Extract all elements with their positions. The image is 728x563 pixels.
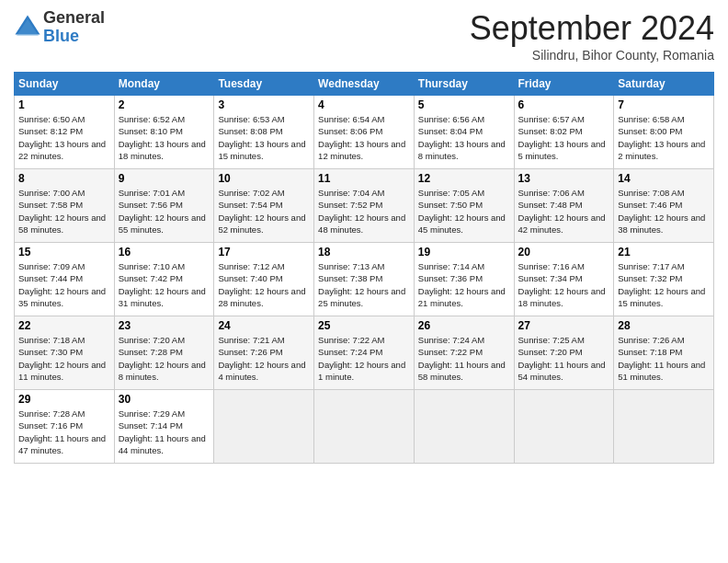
- logo-text: General Blue: [43, 9, 105, 46]
- header-thursday: Thursday: [414, 73, 514, 96]
- day-number: 14: [618, 172, 710, 185]
- day-number: 21: [618, 246, 710, 259]
- calendar-row: 1Sunrise: 6:50 AMSunset: 8:12 PMDaylight…: [15, 96, 714, 169]
- day-number: 16: [119, 246, 210, 259]
- table-row: 8Sunrise: 7:00 AMSunset: 7:58 PMDaylight…: [15, 169, 115, 243]
- day-info: Sunrise: 7:14 AMSunset: 7:36 PMDaylight:…: [418, 260, 510, 309]
- day-number: 12: [418, 172, 510, 185]
- title-block: September 2024 Silindru, Bihor County, R…: [470, 9, 714, 63]
- day-info: Sunrise: 7:00 AMSunset: 7:58 PMDaylight:…: [18, 187, 110, 236]
- day-info: Sunrise: 6:56 AMSunset: 8:04 PMDaylight:…: [418, 113, 510, 162]
- day-info: Sunrise: 7:06 AMSunset: 7:48 PMDaylight:…: [518, 187, 610, 236]
- day-number: 9: [119, 172, 210, 185]
- table-row: 16Sunrise: 7:10 AMSunset: 7:42 PMDayligh…: [114, 243, 214, 316]
- table-row: 19Sunrise: 7:14 AMSunset: 7:36 PMDayligh…: [414, 243, 514, 316]
- day-info: Sunrise: 7:16 AMSunset: 7:34 PMDaylight:…: [518, 260, 610, 309]
- calendar-row: 22Sunrise: 7:18 AMSunset: 7:30 PMDayligh…: [15, 316, 714, 390]
- day-info: Sunrise: 7:10 AMSunset: 7:42 PMDaylight:…: [119, 260, 210, 309]
- table-row: 1Sunrise: 6:50 AMSunset: 8:12 PMDaylight…: [15, 96, 115, 169]
- table-row: 9Sunrise: 7:01 AMSunset: 7:56 PMDaylight…: [114, 169, 214, 243]
- day-info: Sunrise: 7:25 AMSunset: 7:20 PMDaylight:…: [518, 334, 610, 383]
- day-number: 19: [418, 246, 510, 259]
- header-friday: Friday: [514, 73, 614, 96]
- table-row: 28Sunrise: 7:26 AMSunset: 7:18 PMDayligh…: [614, 316, 714, 390]
- table-row: 25Sunrise: 7:22 AMSunset: 7:24 PMDayligh…: [314, 316, 415, 390]
- day-number: 11: [318, 172, 410, 185]
- day-info: Sunrise: 7:08 AMSunset: 7:46 PMDaylight:…: [618, 187, 710, 236]
- table-row: 7Sunrise: 6:58 AMSunset: 8:00 PMDaylight…: [614, 96, 714, 169]
- header-wednesday: Wednesday: [314, 73, 415, 96]
- table-row: 11Sunrise: 7:04 AMSunset: 7:52 PMDayligh…: [314, 169, 415, 243]
- calendar-row: 8Sunrise: 7:00 AMSunset: 7:58 PMDaylight…: [15, 169, 714, 243]
- table-row: 2Sunrise: 6:52 AMSunset: 8:10 PMDaylight…: [114, 96, 214, 169]
- day-number: 17: [218, 246, 310, 259]
- day-info: Sunrise: 6:53 AMSunset: 8:08 PMDaylight:…: [218, 113, 310, 162]
- day-number: 10: [218, 172, 310, 185]
- day-info: Sunrise: 7:20 AMSunset: 7:28 PMDaylight:…: [119, 334, 210, 383]
- table-row: 3Sunrise: 6:53 AMSunset: 8:08 PMDaylight…: [214, 96, 314, 169]
- days-header-row: Sunday Monday Tuesday Wednesday Thursday…: [15, 73, 714, 96]
- day-info: Sunrise: 7:26 AMSunset: 7:18 PMDaylight:…: [618, 334, 710, 383]
- day-number: 2: [119, 98, 210, 111]
- page-container: General Blue September 2024 Silindru, Bi…: [0, 0, 728, 473]
- table-row: [314, 390, 415, 464]
- day-info: Sunrise: 7:04 AMSunset: 7:52 PMDaylight:…: [318, 187, 410, 236]
- day-number: 7: [618, 98, 710, 111]
- day-info: Sunrise: 7:28 AMSunset: 7:16 PMDaylight:…: [18, 408, 110, 456]
- location-subtitle: Silindru, Bihor County, Romania: [470, 48, 714, 63]
- day-number: 4: [318, 98, 410, 111]
- day-number: 1: [18, 98, 110, 111]
- day-number: 8: [18, 172, 110, 185]
- table-row: 13Sunrise: 7:06 AMSunset: 7:48 PMDayligh…: [514, 169, 614, 243]
- day-number: 29: [18, 393, 110, 406]
- day-info: Sunrise: 6:50 AMSunset: 8:12 PMDaylight:…: [18, 113, 110, 162]
- day-number: 3: [218, 98, 310, 111]
- day-info: Sunrise: 6:57 AMSunset: 8:02 PMDaylight:…: [518, 113, 610, 162]
- table-row: [514, 390, 614, 464]
- day-number: 15: [18, 246, 110, 259]
- calendar-row: 29Sunrise: 7:28 AMSunset: 7:16 PMDayligh…: [15, 390, 714, 464]
- table-row: 18Sunrise: 7:13 AMSunset: 7:38 PMDayligh…: [314, 243, 415, 316]
- day-number: 6: [518, 98, 610, 111]
- day-number: 20: [518, 246, 610, 259]
- day-number: 27: [518, 319, 610, 332]
- header-monday: Monday: [114, 73, 214, 96]
- logo-icon: [14, 14, 41, 41]
- day-info: Sunrise: 7:21 AMSunset: 7:26 PMDaylight:…: [218, 334, 310, 383]
- logo: General Blue: [14, 9, 105, 46]
- day-number: 13: [518, 172, 610, 185]
- table-row: 26Sunrise: 7:24 AMSunset: 7:22 PMDayligh…: [414, 316, 514, 390]
- day-info: Sunrise: 7:09 AMSunset: 7:44 PMDaylight:…: [18, 260, 110, 309]
- table-row: 30Sunrise: 7:29 AMSunset: 7:14 PMDayligh…: [114, 390, 214, 464]
- table-row: 27Sunrise: 7:25 AMSunset: 7:20 PMDayligh…: [514, 316, 614, 390]
- day-info: Sunrise: 7:24 AMSunset: 7:22 PMDaylight:…: [418, 334, 510, 383]
- table-row: 12Sunrise: 7:05 AMSunset: 7:50 PMDayligh…: [414, 169, 514, 243]
- calendar-row: 15Sunrise: 7:09 AMSunset: 7:44 PMDayligh…: [15, 243, 714, 316]
- table-row: 29Sunrise: 7:28 AMSunset: 7:16 PMDayligh…: [15, 390, 115, 464]
- day-number: 18: [318, 246, 410, 259]
- day-info: Sunrise: 6:58 AMSunset: 8:00 PMDaylight:…: [618, 113, 710, 162]
- table-row: 10Sunrise: 7:02 AMSunset: 7:54 PMDayligh…: [214, 169, 314, 243]
- day-info: Sunrise: 7:18 AMSunset: 7:30 PMDaylight:…: [18, 334, 110, 383]
- day-info: Sunrise: 7:29 AMSunset: 7:14 PMDaylight:…: [119, 408, 210, 456]
- day-info: Sunrise: 6:52 AMSunset: 8:10 PMDaylight:…: [119, 113, 210, 162]
- header-sunday: Sunday: [15, 73, 115, 96]
- day-info: Sunrise: 7:12 AMSunset: 7:40 PMDaylight:…: [218, 260, 310, 309]
- table-row: 5Sunrise: 6:56 AMSunset: 8:04 PMDaylight…: [414, 96, 514, 169]
- page-header: General Blue September 2024 Silindru, Bi…: [14, 9, 714, 63]
- day-number: 23: [119, 319, 210, 332]
- calendar-table: Sunday Monday Tuesday Wednesday Thursday…: [14, 72, 714, 464]
- day-info: Sunrise: 7:13 AMSunset: 7:38 PMDaylight:…: [318, 260, 410, 309]
- day-number: 26: [418, 319, 510, 332]
- day-number: 24: [218, 319, 310, 332]
- day-info: Sunrise: 7:05 AMSunset: 7:50 PMDaylight:…: [418, 187, 510, 236]
- table-row: 4Sunrise: 6:54 AMSunset: 8:06 PMDaylight…: [314, 96, 415, 169]
- month-title: September 2024: [470, 9, 714, 48]
- table-row: 14Sunrise: 7:08 AMSunset: 7:46 PMDayligh…: [614, 169, 714, 243]
- table-row: 6Sunrise: 6:57 AMSunset: 8:02 PMDaylight…: [514, 96, 614, 169]
- table-row: 22Sunrise: 7:18 AMSunset: 7:30 PMDayligh…: [15, 316, 115, 390]
- table-row: 21Sunrise: 7:17 AMSunset: 7:32 PMDayligh…: [614, 243, 714, 316]
- day-info: Sunrise: 7:17 AMSunset: 7:32 PMDaylight:…: [618, 260, 710, 309]
- day-info: Sunrise: 7:01 AMSunset: 7:56 PMDaylight:…: [119, 187, 210, 236]
- header-saturday: Saturday: [614, 73, 714, 96]
